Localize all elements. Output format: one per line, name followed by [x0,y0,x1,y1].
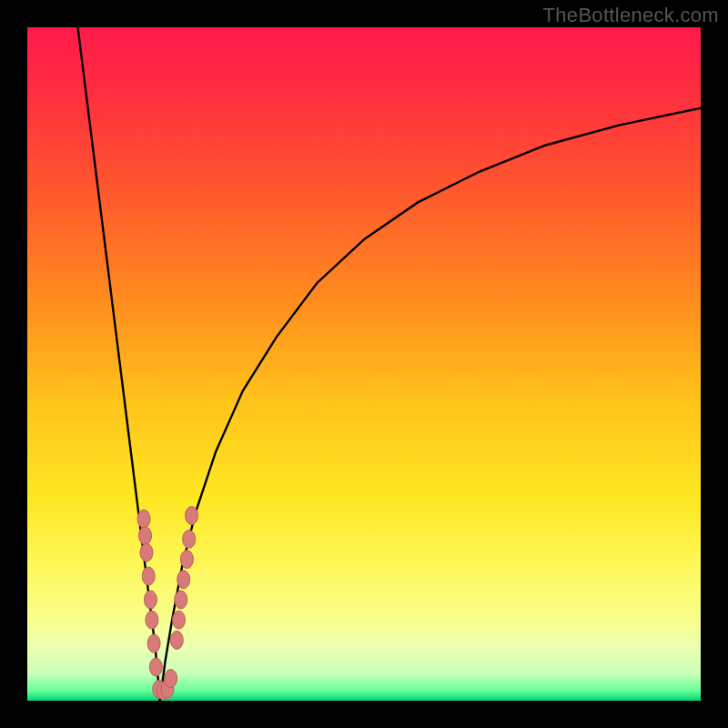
watermark-text: TheBottleneck.com [543,4,719,27]
data-marker [177,571,190,589]
data-marker [139,527,152,545]
plot-area [27,27,701,701]
data-marker [183,530,196,548]
data-marker [147,634,160,652]
data-marker [149,658,162,676]
data-marker [165,670,177,688]
data-marker [175,591,187,609]
data-marker [173,611,186,629]
data-marker [180,551,193,569]
data-marker [140,543,153,561]
data-marker [186,507,198,525]
curve-layer [27,27,701,701]
data-marker [146,611,158,629]
data-marker [142,567,155,585]
data-marker [137,510,150,528]
data-marker [144,591,157,609]
data-marker [170,631,183,649]
chart-frame: TheBottleneck.com [0,0,728,728]
marker-group [137,507,198,700]
curve-right-branch [160,108,701,701]
